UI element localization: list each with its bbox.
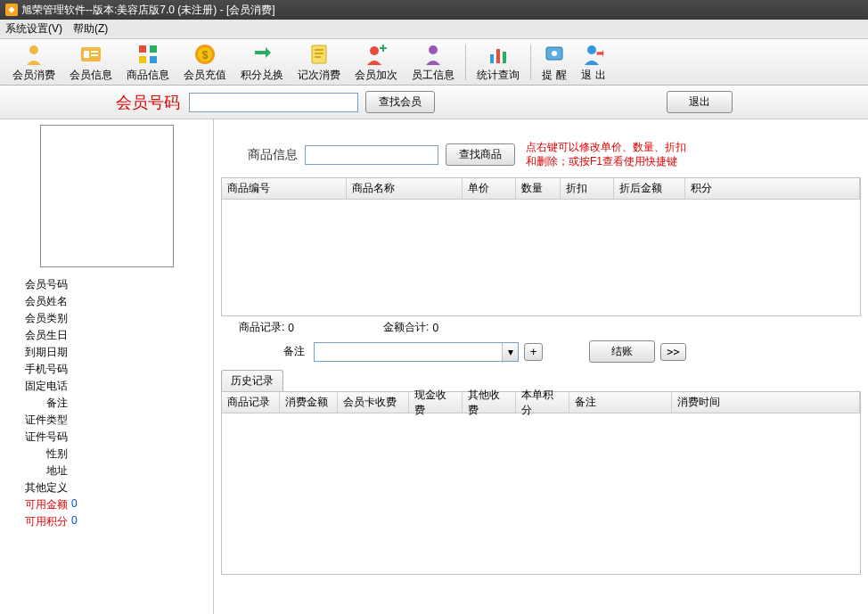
product-search-input[interactable] — [305, 145, 438, 165]
tb-staff[interactable]: 员工信息 — [405, 40, 462, 85]
svg-rect-7 — [150, 45, 157, 53]
coin-icon: $ — [192, 42, 217, 67]
chart-icon — [486, 42, 511, 67]
tb-consume[interactable]: 会员消费 — [5, 40, 62, 85]
app-icon — [5, 4, 18, 16]
col-after[interactable]: 折后金额 — [614, 178, 685, 199]
member-no-label: 会员号码 — [116, 92, 180, 113]
history-table-body[interactable] — [222, 413, 860, 574]
field-label: 会员类别 — [5, 311, 68, 326]
product-table-body[interactable] — [222, 200, 860, 315]
col-disc[interactable]: 折扣 — [561, 178, 614, 199]
menubar: 系统设置(V) 帮助(Z) — [0, 20, 868, 39]
note-icon — [307, 42, 332, 67]
svg-rect-19 — [382, 45, 384, 52]
tb-exit[interactable]: 退 出 — [574, 40, 613, 85]
col-hcash[interactable]: 现金收费 — [409, 392, 463, 413]
tb-count[interactable]: 记次消费 — [291, 40, 348, 85]
col-price[interactable]: 单价 — [463, 178, 516, 199]
right-panel: 商品信息 查找商品 点右键可以修改单价、数量、折扣 和删除；或按F1查看使用快捷… — [214, 119, 868, 614]
tb-info[interactable]: 会员信息 — [62, 40, 119, 85]
product-table-header: 商品编号 商品名称 单价 数量 折扣 折后金额 积分 — [222, 178, 860, 200]
field-label: 地址 — [5, 463, 68, 479]
menu-settings[interactable]: 系统设置(V) — [5, 21, 62, 37]
more-button[interactable]: >> — [660, 343, 685, 361]
amount-total-value: 0 — [432, 322, 438, 334]
exit-button[interactable]: 退出 — [667, 91, 733, 113]
field-label: 会员生日 — [5, 328, 68, 343]
history-table: 商品记录 消费金额 会员卡收费 现金收费 其他收费 本单积分 备注 消费时间 — [221, 391, 861, 575]
svg-rect-16 — [315, 56, 321, 58]
svg-rect-5 — [91, 54, 98, 56]
col-hrec[interactable]: 商品记录 — [222, 392, 280, 413]
svg-text:$: $ — [202, 49, 209, 61]
svg-point-25 — [552, 51, 557, 56]
field-label: 固定电话 — [5, 379, 68, 394]
svg-rect-6 — [139, 45, 146, 53]
tb-remind[interactable]: 提 醒 — [535, 40, 574, 85]
tb-points[interactable]: 积分兑换 — [233, 40, 291, 85]
find-product-button[interactable]: 查找商品 — [446, 143, 515, 166]
rec-count-value: 0 — [288, 322, 294, 334]
field-label: 其他定义 — [5, 480, 68, 495]
svg-point-20 — [429, 45, 438, 54]
exit-icon — [581, 42, 606, 67]
col-hpts[interactable]: 本单积分 — [516, 392, 569, 413]
col-qty[interactable]: 数量 — [516, 178, 561, 199]
member-fields: 会员号码 会员姓名 会员类别 会员生日 到期日期 手机号码 固定电话 备注 证件… — [5, 276, 208, 530]
col-hamt[interactable]: 消费金额 — [280, 392, 338, 413]
plus-button[interactable]: + — [524, 343, 543, 361]
remark-combo[interactable]: ▾ — [314, 342, 519, 362]
menu-help[interactable]: 帮助(Z) — [73, 21, 108, 37]
person-buy-icon — [21, 42, 46, 67]
remark-row: 备注 ▾ + 结账 >> — [221, 337, 861, 370]
find-member-button[interactable]: 查找会员 — [365, 91, 435, 113]
col-htime[interactable]: 消费时间 — [672, 392, 860, 413]
field-label: 会员号码 — [5, 277, 68, 292]
tb-product[interactable]: 商品信息 — [119, 40, 176, 85]
tb-stats[interactable]: 统计查询 — [470, 40, 527, 85]
col-pts[interactable]: 积分 — [685, 178, 860, 199]
product-search-row: 商品信息 查找商品 点右键可以修改单价、数量、折扣 和删除；或按F1查看使用快捷… — [221, 125, 861, 177]
person-plus-icon — [364, 42, 389, 67]
title-text: 旭荣管理软件--版本:美容店版7.0 (未注册) - [会员消费] — [21, 3, 275, 18]
member-no-input[interactable] — [189, 93, 358, 112]
hint-text: 点右键可以修改单价、数量、折扣 和删除；或按F1查看使用快捷键 — [526, 141, 686, 168]
summary-row: 商品记录: 0 金额合计: 0 — [221, 316, 861, 337]
points-value: 0 — [71, 514, 78, 529]
history-tab[interactable]: 历史记录 — [221, 370, 283, 391]
svg-rect-14 — [315, 49, 323, 51]
main-area: 会员号码 会员姓名 会员类别 会员生日 到期日期 手机号码 固定电话 备注 证件… — [0, 119, 868, 614]
person-card-icon — [78, 42, 103, 67]
svg-rect-22 — [496, 49, 500, 63]
field-label: 证件类型 — [5, 413, 68, 428]
col-code[interactable]: 商品编号 — [222, 178, 347, 199]
left-panel: 会员号码 会员姓名 会员类别 会员生日 到期日期 手机号码 固定电话 备注 证件… — [0, 119, 214, 614]
svg-rect-21 — [490, 54, 494, 63]
svg-rect-3 — [84, 51, 89, 58]
member-search-bar: 会员号码 查找会员 退出 — [0, 86, 868, 119]
exchange-icon — [250, 42, 274, 67]
checkout-button[interactable]: 结账 — [589, 340, 655, 363]
product-table: 商品编号 商品名称 单价 数量 折扣 折后金额 积分 — [221, 177, 861, 316]
col-hother[interactable]: 其他收费 — [463, 392, 516, 413]
svg-rect-9 — [150, 56, 157, 63]
col-name[interactable]: 商品名称 — [347, 178, 463, 199]
points-label: 可用积分 — [5, 514, 68, 529]
chevron-down-icon[interactable]: ▾ — [502, 343, 518, 361]
balance-value: 0 — [71, 497, 78, 512]
tb-addcount[interactable]: 会员加次 — [348, 40, 405, 85]
toolbar: 会员消费 会员信息 商品信息 $ 会员充值 积分兑换 记次消费 会员加次 员工信… — [0, 39, 868, 86]
amount-total-label: 金额合计: — [383, 320, 429, 335]
remark-label: 备注 — [283, 344, 305, 359]
member-photo-box — [40, 125, 174, 267]
svg-point-1 — [29, 45, 38, 54]
field-label: 证件号码 — [5, 430, 68, 445]
col-hcard[interactable]: 会员卡收费 — [338, 392, 409, 413]
rec-count-label: 商品记录: — [239, 320, 284, 335]
tb-recharge[interactable]: $ 会员充值 — [176, 40, 233, 85]
staff-icon — [421, 42, 446, 67]
col-hremark[interactable]: 备注 — [569, 392, 672, 413]
toolbar-separator — [530, 45, 531, 80]
svg-point-26 — [587, 45, 596, 54]
